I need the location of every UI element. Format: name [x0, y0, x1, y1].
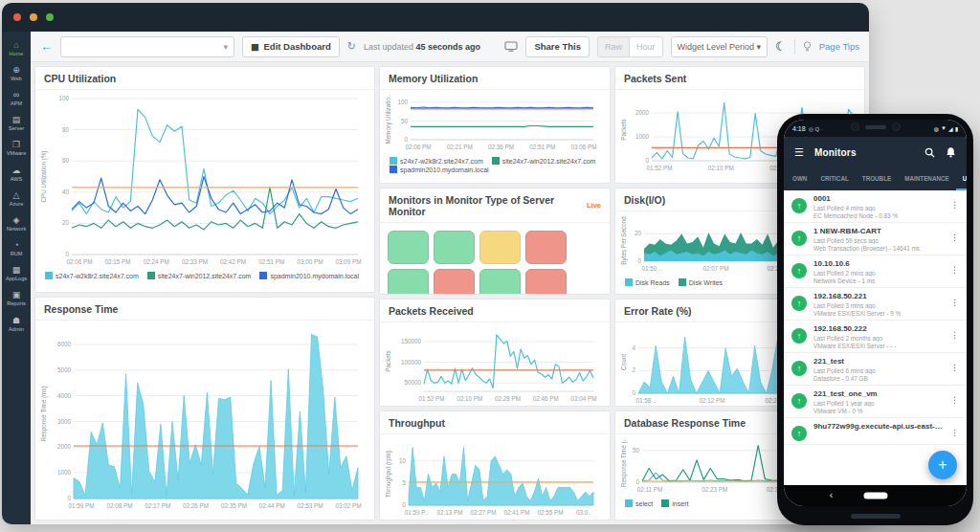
monitor-detail: VMware ESX/ESXi Server - - - [813, 343, 944, 349]
monitor-tile-trouble[interactable] [479, 231, 521, 264]
svg-text:01:58 ..: 01:58 .. [635, 397, 656, 404]
svg-text:02:07 PM: 02:07 PM [703, 265, 729, 272]
applogs-icon: ▦ [12, 265, 21, 275]
item-menu-icon[interactable]: ⋮ [950, 422, 959, 437]
sidebar-item-applogs[interactable]: ▦AppLogs [2, 261, 31, 286]
monitor-tile-up[interactable] [479, 269, 521, 296]
sidebar-item-label: Web [11, 76, 21, 81]
monitor-polled: Last Polled 6 mins ago [813, 367, 944, 374]
memory-utilization-chart: 05010002:06 PM02:21 PM02:36 PM02:51 PM03… [380, 90, 610, 156]
sidebar-item-label: APM [11, 100, 22, 106]
item-menu-icon[interactable]: ⋮ [950, 194, 959, 210]
svg-text:Bytes Per Second: Bytes Per Second [620, 215, 628, 264]
legend-item: select [625, 499, 653, 507]
azure-icon: △ [13, 190, 20, 200]
svg-text:Packets: Packets [620, 119, 627, 140]
svg-text:02:36 PM: 02:36 PM [488, 144, 514, 150]
back-arrow-icon[interactable]: ← [40, 40, 53, 53]
monitor-list-item[interactable]: ↑192.168.50.222Last Polled 2 months agoV… [784, 321, 967, 353]
svg-text:6000: 6000 [57, 342, 72, 348]
window-maximize-button[interactable] [46, 13, 54, 21]
sidebar-item-vmware[interactable]: ❐VMware [2, 136, 31, 161]
monitor-list-item[interactable]: ↑9hu772w99g.execute-api.us-east-1...⋮ [784, 418, 967, 445]
phone-tab-critical[interactable]: CRITICAL [813, 167, 855, 190]
refresh-icon[interactable]: ↻ [347, 40, 356, 53]
monitor-list-item[interactable]: ↑192.168.50.221Last Polled 3 mins agoVMw… [784, 288, 967, 321]
svg-text:02:15 PM: 02:15 PM [105, 258, 131, 265]
svg-text:0: 0 [65, 251, 69, 257]
widget-level-period-select[interactable]: Widget Level Period ▾ [671, 36, 768, 57]
monitor-tile-critical[interactable] [525, 269, 567, 296]
response-time-chart: 010002000300040005000600001:59 PM02:08 P… [35, 321, 374, 515]
window-close-button[interactable] [13, 13, 21, 21]
dark-mode-moon-icon[interactable]: ☾ [775, 39, 787, 54]
nav-back-icon[interactable]: ‹ [830, 489, 834, 500]
status-up-icon: ↑ [791, 231, 807, 246]
period-option-hour[interactable]: Hour [630, 37, 662, 56]
monitor-list-item[interactable]: ↑1 NEW-RBM-CARTLast Polled 59 secs agoWe… [784, 223, 967, 255]
card-title: Throughput [380, 411, 610, 434]
svg-text:20: 20 [62, 219, 70, 226]
monitor-list-item[interactable]: ↑221_test_one_vmLast Polled 1 year agoVM… [784, 386, 967, 418]
search-icon[interactable] [924, 147, 935, 158]
sidebar-item-home[interactable]: ⌂Home [2, 35, 31, 60]
svg-text:02:10 PM: 02:10 PM [708, 165, 734, 171]
svg-text:03:02 PM: 03:02 PM [336, 502, 362, 509]
monitor-list-item[interactable]: ↑0001Last Polled 4 mins agoEC Memcached … [784, 190, 967, 223]
phone-tab-maintenance[interactable]: MAINTENANCE [898, 167, 956, 190]
monitor-tile-up[interactable] [434, 231, 475, 264]
bulb-icon [803, 41, 812, 53]
web-icon: ⊕ [12, 65, 20, 75]
sidebar-item-reports[interactable]: ▣Reports [2, 286, 31, 311]
sidebar-item-label: Reports [7, 300, 26, 306]
rum-icon: ◔ [13, 240, 18, 250]
bell-icon[interactable] [946, 146, 956, 158]
item-menu-icon[interactable]: ⋮ [950, 259, 959, 275]
svg-text:03:00 PM: 03:00 PM [297, 258, 323, 265]
item-menu-icon[interactable]: ⋮ [950, 324, 959, 340]
sidebar-item-azure[interactable]: △Azure [2, 186, 31, 211]
sidebar-item-server[interactable]: ▤Server [2, 111, 31, 136]
monitor-tile-up[interactable] [388, 269, 429, 296]
network-icon: ◈ [13, 215, 20, 225]
svg-text:50: 50 [401, 118, 409, 124]
chevron-down-icon: ▾ [757, 42, 762, 52]
phone-tab-own[interactable]: OWN [786, 167, 813, 190]
phone-tab-trouble[interactable]: TROUBLE [856, 167, 898, 190]
svg-text:02:12 PM: 02:12 PM [700, 397, 725, 404]
svg-text:100: 100 [397, 99, 408, 105]
monitor-tile-critical[interactable] [434, 269, 475, 296]
chart-legend: s24x7-w2k8r2.site24x7.comsite24x7-win201… [35, 271, 374, 283]
item-menu-icon[interactable]: ⋮ [950, 389, 959, 405]
monitor-tile-critical[interactable] [525, 231, 567, 264]
window-minimize-button[interactable] [30, 13, 37, 21]
monitor-name: 1 NEW-RBM-CART [813, 227, 944, 235]
monitor-list-item[interactable]: ↑10.10.10.6Last Polled 2 mins agoNetwork… [784, 255, 967, 288]
display-share-icon[interactable] [504, 41, 518, 52]
add-monitor-fab[interactable]: + [928, 451, 957, 479]
sidebar-item-apm[interactable]: ∞APM [2, 85, 31, 110]
svg-text:0: 0 [635, 478, 639, 485]
hamburger-menu-icon[interactable]: ☰ [794, 146, 804, 159]
svg-text:03:09 PM: 03:09 PM [336, 258, 362, 265]
monitor-tile-up[interactable] [388, 231, 429, 264]
edit-dashboard-button[interactable]: ▦ Edit Dashboard [242, 36, 340, 57]
nav-home-pill[interactable] [863, 493, 887, 499]
item-menu-icon[interactable]: ⋮ [950, 292, 959, 307]
sidebar-item-web[interactable]: ⊕Web [2, 60, 31, 85]
legend-item: site24x7-win2012.site24x7.com [147, 272, 252, 279]
svg-text:Count: Count [620, 354, 627, 370]
phone-tab-up[interactable]: UP [956, 167, 967, 190]
page-tips-link[interactable]: Page Tips [819, 41, 859, 52]
monitor-list-item[interactable]: ↑221_testLast Polled 6 mins agoDatastore… [784, 353, 967, 386]
signal-icon: ◢ [948, 125, 953, 132]
sidebar-item-network[interactable]: ◈Network [2, 211, 31, 235]
dashboard-select[interactable]: ▾ [60, 36, 234, 57]
sidebar-item-admin[interactable]: ☗Admin [2, 311, 31, 336]
share-this-button[interactable]: Share This [525, 36, 590, 57]
item-menu-icon[interactable]: ⋮ [950, 357, 959, 372]
sidebar-item-rum[interactable]: ◔RUM [2, 236, 31, 261]
sidebar-item-aws[interactable]: ☁AWS [2, 161, 31, 186]
item-menu-icon[interactable]: ⋮ [950, 227, 959, 242]
period-option-raw[interactable]: Raw [598, 37, 630, 56]
